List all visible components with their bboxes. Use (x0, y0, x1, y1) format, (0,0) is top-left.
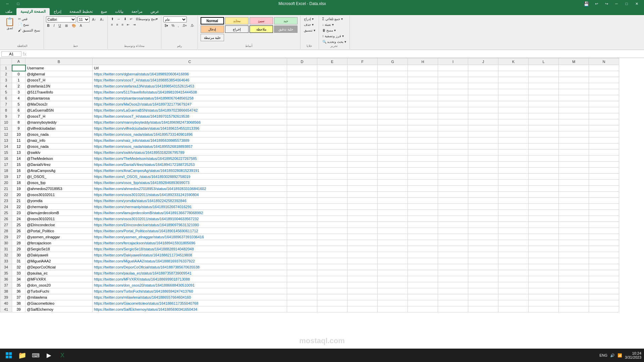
cell-a21[interactable]: 19 (12, 186, 25, 192)
cell-c39[interactable]: https://twitter.com/milawlena/status/164… (93, 294, 287, 300)
cell-empty-25-1[interactable] (317, 210, 347, 216)
cell-empty-28-7[interactable] (498, 228, 529, 234)
cell-c29[interactable]: https://twitter.com/yasmen_elnaggar/stat… (93, 234, 287, 240)
cell-c24[interactable]: https://twitter.com/chermanlp/status/164… (93, 204, 287, 210)
cell-empty-38-3[interactable] (378, 288, 408, 294)
cell-empty-2-10[interactable] (589, 71, 619, 77)
style-normal[interactable]: Normal (201, 17, 224, 24)
row-num-17[interactable]: 17 (0, 162, 12, 168)
cell-empty-24-6[interactable] (468, 204, 498, 210)
cell-empty-23-0[interactable] (287, 198, 317, 204)
cell-empty-39-10[interactable] (589, 294, 619, 300)
cell-b6[interactable]: @plsantarosa (25, 95, 93, 101)
cell-a18[interactable]: 16 (12, 168, 25, 174)
cell-empty-28-5[interactable] (438, 228, 468, 234)
cell-empty-13-4[interactable] (408, 137, 438, 143)
cell-empty-4-9[interactable] (559, 83, 589, 89)
cell-empty-13-7[interactable] (498, 137, 529, 143)
cell-c7[interactable]: https://twitter.com/MaOsos2r/status/1641… (93, 101, 287, 107)
cell-empty-13-0[interactable] (287, 137, 317, 143)
cell-empty-9-0[interactable] (287, 113, 317, 119)
cell-a14[interactable]: 12 (12, 143, 25, 149)
cell-empty-9-10[interactable] (589, 113, 619, 119)
decrease-indent-button[interactable]: ⇤ (125, 22, 131, 27)
sum-button[interactable]: Σ جمع تلقائي ▾ (321, 16, 344, 21)
row-num-41[interactable]: 41 (0, 306, 12, 312)
style-neutral[interactable]: محايد (225, 17, 249, 24)
find-button[interactable]: 🔍 بحث وتحديد ▾ (321, 39, 347, 44)
cell-a24[interactable]: 22 (12, 204, 25, 210)
cell-empty-17-4[interactable] (408, 162, 438, 168)
cell-f1[interactable] (347, 65, 378, 71)
cell-empty-4-1[interactable] (317, 83, 347, 89)
font-size-select[interactable]: 11 (77, 16, 90, 22)
cell-c34[interactable]: https://twitter.com/DeporCoOficial/statu… (93, 264, 287, 270)
cell-empty-26-1[interactable] (317, 216, 347, 222)
cell-empty-11-10[interactable] (589, 125, 619, 131)
cell-empty-17-1[interactable] (317, 162, 347, 168)
cell-a27[interactable]: 25 (12, 222, 25, 228)
cell-empty-41-4[interactable] (408, 306, 438, 312)
row-num-21[interactable]: 21 (0, 186, 12, 192)
cell-empty-35-3[interactable] (378, 270, 408, 276)
row-num-5[interactable]: 5 (0, 89, 12, 95)
copy-button[interactable]: 📄 نسخ (17, 22, 42, 27)
cell-empty-19-1[interactable] (317, 174, 347, 180)
cell-empty-5-2[interactable] (347, 89, 378, 95)
cell-b17[interactable]: @DanialV4rez (25, 162, 93, 168)
cell-empty-25-3[interactable] (378, 210, 408, 216)
cell-empty-11-3[interactable] (378, 125, 408, 131)
cell-empty-9-3[interactable] (378, 113, 408, 119)
cell-a22[interactable]: 20 (12, 192, 25, 198)
cell-empty-11-1[interactable] (317, 125, 347, 131)
format-painter-button[interactable]: 🖌 نسخ التنسيق (17, 28, 42, 33)
cell-empty-14-0[interactable] (287, 143, 317, 149)
cell-empty-17-5[interactable] (438, 162, 468, 168)
cell-j1[interactable] (468, 65, 498, 71)
formula-input[interactable] (28, 52, 643, 56)
cell-empty-20-8[interactable] (529, 180, 559, 186)
cell-empty-41-5[interactable] (438, 306, 468, 312)
cell-empty-21-1[interactable] (317, 186, 347, 192)
cell-empty-39-5[interactable] (438, 294, 468, 300)
cell-b38[interactable]: @TurboFuchi (25, 288, 93, 294)
cell-empty-11-7[interactable] (498, 125, 529, 131)
cell-empty-27-5[interactable] (438, 222, 468, 228)
cell-reference-box[interactable] (1, 51, 21, 57)
cell-empty-40-6[interactable] (468, 300, 498, 306)
col-header-e[interactable]: E (317, 58, 347, 65)
cell-empty-30-4[interactable] (408, 240, 438, 246)
cell-a20[interactable]: 18 (12, 180, 25, 186)
cell-empty-38-1[interactable] (317, 288, 347, 294)
cell-empty-6-5[interactable] (438, 95, 468, 101)
row-num-33[interactable]: 33 (0, 258, 12, 264)
cell-empty-15-2[interactable] (347, 149, 378, 156)
sort-button[interactable]: ↕ فرز وتصفية ▾ (321, 34, 345, 39)
cell-empty-22-10[interactable] (589, 192, 619, 198)
cell-empty-32-10[interactable] (589, 252, 619, 258)
cell-empty-6-8[interactable] (529, 95, 559, 101)
cell-b19[interactable]: @I_OSOS_ (25, 174, 93, 180)
cell-empty-12-5[interactable] (438, 131, 468, 137)
row-num-30[interactable]: 30 (0, 240, 12, 246)
minimize-button[interactable]: ─ (612, 1, 621, 7)
tab-review[interactable]: مراجعة (127, 8, 147, 15)
cell-empty-28-2[interactable] (347, 228, 378, 234)
cell-empty-37-7[interactable] (498, 282, 529, 288)
cell-c6[interactable]: https://twitter.com/plsantarosa/status/1… (93, 95, 287, 101)
cell-empty-40-8[interactable] (529, 300, 559, 306)
row-num-39[interactable]: 39 (0, 294, 12, 300)
cell-empty-16-1[interactable] (317, 156, 347, 162)
cell-empty-24-8[interactable] (529, 204, 559, 210)
col-header-c[interactable]: C (93, 58, 287, 65)
cell-empty-2-1[interactable] (317, 71, 347, 77)
cell-empty-25-5[interactable] (438, 210, 468, 216)
cell-empty-31-7[interactable] (498, 246, 529, 252)
row-num-18[interactable]: 18 (0, 168, 12, 174)
cell-empty-25-10[interactable] (589, 210, 619, 216)
cell-c22[interactable]: https://twitter.com/osos30102011/status/… (93, 192, 287, 198)
cell-empty-26-0[interactable] (287, 216, 317, 222)
cell-empty-6-9[interactable] (559, 95, 589, 101)
cell-empty-34-1[interactable] (317, 264, 347, 270)
cell-empty-9-4[interactable] (408, 113, 438, 119)
